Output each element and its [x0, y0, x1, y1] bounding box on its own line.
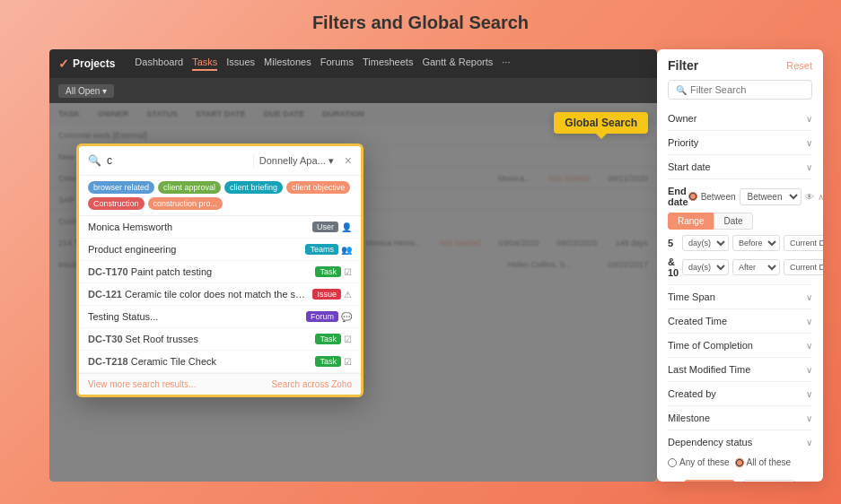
tag-chip[interactable]: browser related: [88, 181, 154, 194]
filter-section-created-time[interactable]: Created Time ∨: [668, 309, 812, 334]
chevron-down-icon: ∨: [806, 292, 812, 302]
filter-reset-button[interactable]: Reset: [786, 60, 812, 71]
search-modal: 🔍 Donnelly Apa... ▾ × browser related cl…: [76, 143, 364, 397]
result-item[interactable]: DC-T30 Set Roof trusses Task ☑: [79, 328, 361, 351]
search-icon: 🔍: [88, 154, 101, 167]
result-item[interactable]: Monica Hemsworth User 👤: [79, 216, 361, 239]
filter-buttons: Find Cancel: [668, 480, 812, 482]
result-item[interactable]: Product engineering Teams 👥: [79, 239, 361, 261]
filter-section-time-span[interactable]: Time Span ∨: [668, 285, 812, 309]
result-type: Task ☑: [315, 356, 352, 367]
filter-label-start-date: Start date: [668, 161, 711, 172]
filter-section-priority[interactable]: Priority ∨: [668, 131, 812, 155]
result-type: Teams 👥: [305, 244, 352, 255]
nav-milestones[interactable]: Milestones: [264, 56, 311, 71]
filter-section-end-date: End date Between Between 👁 ∧ Range Date: [668, 179, 812, 285]
filter-section-created-by[interactable]: Created by ∨: [668, 382, 812, 406]
result-item[interactable]: DC-121 Ceramic tile color does not match…: [79, 283, 361, 306]
range2-connector: & 10: [668, 256, 679, 278]
result-item[interactable]: DC-T218 Ceramic Tile Check Task ☑: [79, 351, 361, 373]
result-item[interactable]: DC-T170 Paint patch testing Task ☑: [79, 261, 361, 283]
end-date-select[interactable]: Between: [740, 188, 802, 205]
nav-more[interactable]: ···: [502, 56, 510, 71]
filter-label-last-modified: Last Modified Time: [668, 364, 750, 375]
chevron-down-icon: ∨: [806, 413, 812, 423]
type-badge: Teams: [305, 244, 338, 255]
chevron-down-icon: ∨: [806, 365, 812, 375]
global-search-tooltip: Global Search: [554, 112, 648, 134]
chevron-down-icon: ∨: [806, 138, 812, 148]
result-icon: 👤: [341, 222, 352, 232]
filter-section-dependency[interactable]: Dependency status ∨: [668, 430, 812, 454]
filter-section-start-date[interactable]: Start date ∨: [668, 155, 812, 179]
cancel-button[interactable]: Cancel: [742, 480, 796, 482]
tag-chip[interactable]: client briefing: [224, 181, 283, 194]
type-badge: Issue: [312, 289, 341, 300]
type-badge: Task: [315, 334, 341, 344]
logo-icon: ✓: [58, 56, 69, 71]
filter-section-completion[interactable]: Time of Completion ∨: [668, 334, 812, 358]
eye-icon[interactable]: 👁: [805, 192, 814, 202]
range2-unit-select[interactable]: day(s): [682, 259, 729, 275]
main-container: Filters and Global Search ✓ Projects Das…: [0, 0, 841, 504]
nav-timesheets[interactable]: Timesheets: [363, 56, 413, 71]
nav-issues[interactable]: Issues: [226, 56, 255, 71]
result-name: Monica Hemsworth: [88, 222, 307, 232]
chevron-down-icon: ∨: [806, 317, 812, 326]
dep-all[interactable]: All of these: [735, 457, 791, 467]
result-icon: ⚠: [344, 290, 352, 300]
find-button[interactable]: Find: [684, 480, 735, 482]
range-row-2: & 10 day(s) After Before Current Date: [668, 256, 812, 278]
range2-dir-select[interactable]: After Before: [732, 259, 780, 275]
filter-section-milestone[interactable]: Milestone ∨: [668, 406, 812, 430]
result-icon: 👥: [341, 245, 352, 255]
tag-chip[interactable]: client approval: [158, 181, 221, 194]
range-tab[interactable]: Range: [668, 213, 714, 230]
search-dropdown[interactable]: Donnelly Apa... ▾: [253, 155, 339, 167]
filter-search-input[interactable]: [690, 84, 804, 95]
top-nav: ✓ Projects Dashboard Tasks Issues Milest…: [49, 49, 657, 78]
range1-dir-select[interactable]: Before After: [732, 235, 780, 251]
type-badge: User: [312, 222, 338, 232]
result-name: DC-T170 Paint patch testing: [88, 266, 310, 277]
date-tab[interactable]: Date: [714, 213, 752, 230]
dep-any[interactable]: Any of these: [668, 457, 730, 467]
nav-tasks[interactable]: Tasks: [192, 56, 217, 71]
search-input[interactable]: [107, 154, 248, 167]
range1-num: 5: [668, 238, 679, 248]
result-name: DC-T30 Set Roof trusses: [88, 334, 310, 344]
range1-unit-select[interactable]: day(s): [682, 235, 729, 251]
sub-nav: All Open ▾: [49, 78, 657, 103]
dep-any-radio[interactable]: [668, 458, 677, 467]
chevron-down-icon: ∨: [806, 162, 812, 172]
filter-section-owner[interactable]: Owner ∨: [668, 107, 812, 131]
chevron-up-icon[interactable]: ∧: [818, 192, 823, 202]
tag-chip[interactable]: client objective: [286, 181, 350, 194]
nav-dashboard[interactable]: Dashboard: [135, 56, 183, 71]
nav-links: Dashboard Tasks Issues Milestones Forums…: [135, 56, 510, 71]
end-date-radio[interactable]: [688, 192, 697, 201]
range2-ref-select[interactable]: Current Date: [784, 259, 823, 275]
filter-tabs: Range Date: [668, 213, 812, 230]
tag-chip[interactable]: construction pro...: [148, 197, 223, 210]
filter-label-owner: Owner: [668, 113, 696, 124]
filter-label-end-date: End date: [668, 186, 688, 207]
all-open-btn[interactable]: All Open ▾: [58, 84, 114, 98]
result-type: User 👤: [312, 222, 352, 232]
search-footer: View more search results... Search acros…: [79, 373, 361, 395]
search-zoho-link[interactable]: Search across Zoho: [272, 379, 353, 389]
result-item[interactable]: Testing Status... Forum 💬: [79, 306, 361, 328]
range-row-1: 5 day(s) Before After Current Date: [668, 235, 812, 251]
result-icon: ☑: [344, 267, 352, 277]
range1-ref-select[interactable]: Current Date: [784, 235, 823, 251]
dep-any-label: Any of these: [679, 457, 730, 467]
search-close-button[interactable]: ×: [345, 153, 352, 168]
type-badge: Forum: [306, 311, 338, 322]
nav-forums[interactable]: Forums: [320, 56, 354, 71]
tag-chip[interactable]: Construction: [88, 197, 145, 210]
dep-all-radio[interactable]: [735, 458, 744, 467]
view-more-link[interactable]: View more search results...: [88, 379, 196, 389]
nav-gantt[interactable]: Gantt & Reports: [422, 56, 493, 71]
chevron-down-icon: ∨: [806, 389, 812, 399]
filter-section-last-modified[interactable]: Last Modified Time ∨: [668, 358, 812, 382]
